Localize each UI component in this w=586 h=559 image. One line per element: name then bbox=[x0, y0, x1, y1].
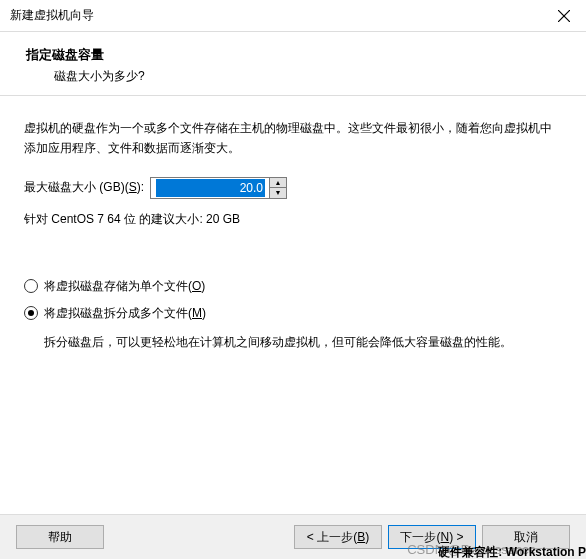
disk-size-spinner[interactable]: 20.0 ▲ ▼ bbox=[150, 177, 287, 199]
spin-up-button[interactable]: ▲ bbox=[270, 178, 286, 188]
titlebar: 新建虚拟机向导 bbox=[0, 0, 586, 32]
wizard-window: 新建虚拟机向导 指定磁盘容量 磁盘大小为多少? 虚拟机的硬盘作为一个或多个文件存… bbox=[0, 0, 586, 559]
radio-icon bbox=[24, 306, 38, 320]
radio-split-files-desc: 拆分磁盘后，可以更轻松地在计算机之间移动虚拟机，但可能会降低大容量磁盘的性能。 bbox=[44, 332, 560, 352]
wizard-content: 虚拟机的硬盘作为一个或多个文件存储在主机的物理磁盘中。这些文件最初很小，随着您向… bbox=[0, 96, 586, 352]
disk-size-label: 最大磁盘大小 (GB)(S): bbox=[24, 179, 144, 196]
help-button[interactable]: 帮助 bbox=[16, 525, 104, 549]
window-title: 新建虚拟机向导 bbox=[10, 7, 94, 24]
radio-icon bbox=[24, 279, 38, 293]
compat-text: 硬件兼容性: Workstation P bbox=[438, 544, 586, 559]
disk-size-row: 最大磁盘大小 (GB)(S): 20.0 ▲ ▼ bbox=[24, 177, 560, 199]
disk-size-selection: 20.0 bbox=[156, 179, 265, 197]
spin-down-button[interactable]: ▼ bbox=[270, 188, 286, 198]
close-icon bbox=[558, 10, 570, 22]
radio-split-files-label: 将虚拟磁盘拆分成多个文件(M) bbox=[44, 305, 206, 322]
radio-split-files[interactable]: 将虚拟磁盘拆分成多个文件(M) bbox=[24, 305, 560, 322]
disk-storage-radio-group: 将虚拟磁盘存储为单个文件(O) 将虚拟磁盘拆分成多个文件(M) 拆分磁盘后，可以… bbox=[24, 278, 560, 352]
recommended-size-text: 针对 CentOS 7 64 位 的建议大小: 20 GB bbox=[24, 211, 560, 228]
close-button[interactable] bbox=[541, 0, 586, 32]
radio-single-file-label: 将虚拟磁盘存储为单个文件(O) bbox=[44, 278, 205, 295]
radio-single-file[interactable]: 将虚拟磁盘存储为单个文件(O) bbox=[24, 278, 560, 295]
back-button[interactable]: < 上一步(B) bbox=[294, 525, 382, 549]
wizard-header: 指定磁盘容量 磁盘大小为多少? bbox=[0, 32, 586, 96]
header-subtitle: 磁盘大小为多少? bbox=[26, 68, 560, 85]
description-text: 虚拟机的硬盘作为一个或多个文件存储在主机的物理磁盘中。这些文件最初很小，随着您向… bbox=[24, 118, 560, 159]
spinner-buttons: ▲ ▼ bbox=[270, 177, 287, 199]
header-title: 指定磁盘容量 bbox=[26, 46, 560, 64]
